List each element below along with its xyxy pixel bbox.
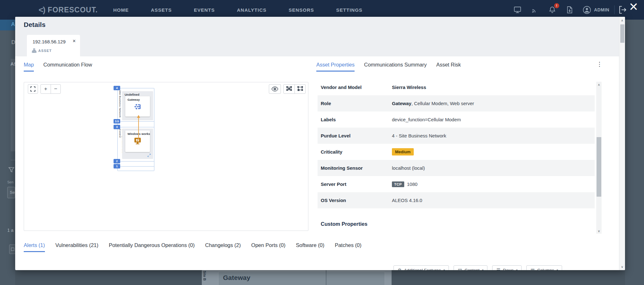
table-toolbar: ⚙ Additional Features ▾ ▤ Content ▾ ☰ Ro… <box>393 265 562 270</box>
user-menu[interactable]: ADMIN <box>583 6 609 14</box>
scrollbar-thumb[interactable] <box>620 24 624 43</box>
asset-tab[interactable]: 192.168.56.129 ✕ ASSET <box>27 35 80 56</box>
fit-selection-icon <box>286 86 292 92</box>
findings-tab-strip: Alerts (1) Vulnerabilities (21) Potentia… <box>24 242 362 252</box>
background-lane-label: Site B <box>203 271 207 281</box>
map-canvas[interactable]: + − 4 3.5 3 2 1 Site Business Network Si… <box>24 82 308 231</box>
table-row: OS Version ALEOS 4.16.0 <box>318 192 595 208</box>
background-divider <box>11 160 15 160</box>
background-grid-line <box>326 270 326 285</box>
logout-icon[interactable] <box>618 5 627 15</box>
lane-line <box>117 121 154 122</box>
asset-type-row: ASSET <box>32 48 52 53</box>
admin-username: ADMIN <box>594 7 609 12</box>
chevron-down-icon: ▾ <box>443 269 445 270</box>
tab-alerts[interactable]: Alerts (1) <box>24 242 45 252</box>
map-fullscreen-button[interactable] <box>28 84 38 94</box>
nav-item-assets[interactable]: ASSETS <box>151 7 172 13</box>
content-icon: ▤ <box>458 268 462 270</box>
flow-arrow-head <box>137 115 140 118</box>
rows-icon: ☰ <box>496 268 500 270</box>
fullscreen-icon <box>30 86 35 92</box>
notifications-bell-icon[interactable]: ! <box>548 5 557 14</box>
chevron-down-icon: ▾ <box>557 269 558 270</box>
protocol-badge: TCP <box>392 181 404 187</box>
background-sensor-label: Sen <box>7 180 14 184</box>
background-map-card: Site B Gateway <box>202 270 392 285</box>
asset-detail-tab-strip: Asset Properties Communications Summary … <box>316 62 461 72</box>
table-row: Role Gateway, Cellular Modem, Web server <box>318 95 595 111</box>
columns-button[interactable]: ▥ Columns ▾ <box>526 265 562 270</box>
purdue-level-badge[interactable]: 2 <box>114 159 120 163</box>
scroll-down-icon[interactable]: ∨ <box>596 228 602 234</box>
additional-features-button[interactable]: ⚙ Additional Features ▾ <box>393 265 449 270</box>
fit-all-button[interactable] <box>294 85 305 93</box>
avatar-icon <box>583 6 591 14</box>
tab-software[interactable]: Software (0) <box>296 242 325 252</box>
details-modal: Details 192.168.56.129 ✕ ASSET Map Commu… <box>15 17 625 270</box>
fit-all-icon <box>297 86 303 92</box>
purdue-level-badge[interactable]: 4 <box>114 86 120 90</box>
zoom-out-button[interactable]: − <box>51 85 60 93</box>
tab-potentially-dangerous-operations[interactable]: Potentially Dangerous Operations (0) <box>109 242 195 252</box>
modal-scrollbar[interactable]: ∧ ∨ <box>619 17 625 270</box>
monitor-icon[interactable] <box>513 5 522 14</box>
nav-item-events[interactable]: EVENTS <box>194 7 215 13</box>
nav-divider <box>614 5 615 14</box>
scroll-up-icon[interactable]: ∧ <box>619 17 625 23</box>
criticality-badge: Medium <box>392 148 414 155</box>
table-scrollbar[interactable]: ∧ ∨ <box>596 82 602 234</box>
asset-tab-close-icon[interactable]: ✕ <box>72 39 76 43</box>
rss-icon[interactable] <box>530 5 539 14</box>
asset-properties-table: Vendor and Model Sierra Wireless Role Ga… <box>318 79 595 208</box>
scrollbar-thumb[interactable] <box>597 137 601 197</box>
tab-communication-flow[interactable]: Communication Flow <box>43 62 92 72</box>
content-button[interactable]: ▤ Content ▾ <box>454 265 487 270</box>
nav-item-settings[interactable]: SETTINGS <box>336 7 362 13</box>
asset-type-label: ASSET <box>38 49 52 53</box>
map-node-workstation[interactable]: Windows workstat... <box>125 130 150 152</box>
purdue-level-badge[interactable]: 3 <box>114 125 120 129</box>
tab-asset-risk[interactable]: Asset Risk <box>436 62 461 72</box>
map-node-gateway[interactable]: Gateway <box>125 96 150 117</box>
modal-header <box>15 17 625 56</box>
nav-item-analytics[interactable]: ANALYTICS <box>237 7 266 13</box>
scroll-down-icon[interactable]: ∨ <box>619 264 625 269</box>
table-row: Vendor and Model Sierra Wireless <box>318 79 595 95</box>
nav-item-home[interactable]: HOME <box>113 7 129 13</box>
tab-open-ports[interactable]: Open Ports (0) <box>251 242 285 252</box>
more-options-icon[interactable]: ⋮ <box>597 60 603 68</box>
flow-connector <box>138 118 139 140</box>
table-row: Monitoring Sensor localhost (local) <box>318 160 595 176</box>
map-tab-strip: Map Communication Flow <box>24 62 92 72</box>
map-fit-control <box>283 84 306 94</box>
expand-icon[interactable] <box>147 154 151 157</box>
tab-asset-properties[interactable]: Asset Properties <box>316 62 355 72</box>
background-asset-count: 1 a <box>7 228 13 233</box>
purdue-level-badge[interactable]: 1 <box>114 164 120 168</box>
tab-patches[interactable]: Patches (0) <box>335 242 361 252</box>
nav-item-sensors[interactable]: SENSORS <box>289 7 314 13</box>
forescout-logo-mark: <) <box>39 5 45 15</box>
modal-title: Details <box>24 21 46 28</box>
report-download-icon[interactable] <box>565 5 574 14</box>
background-page-text: D <box>11 39 15 46</box>
lane-line <box>117 127 154 127</box>
tab-vulnerabilities[interactable]: Vulnerabilities (21) <box>55 242 98 252</box>
alert-badge: ! <box>554 3 559 8</box>
chevron-down-icon: ▾ <box>482 269 484 270</box>
purdue-level-badge[interactable]: 3.5 <box>114 119 120 124</box>
zoom-in-button[interactable]: + <box>41 85 51 93</box>
tab-changelogs[interactable]: Changelogs (2) <box>205 242 241 252</box>
rows-button[interactable]: ☰ Rows ▾ <box>492 265 522 270</box>
modal-close-icon[interactable]: ✕ <box>629 1 638 13</box>
lane-line <box>117 166 154 167</box>
fit-selection-button[interactable] <box>284 85 294 93</box>
tab-map[interactable]: Map <box>24 62 34 72</box>
background-assets-bar-label: A <box>11 21 15 28</box>
eye-icon <box>271 86 278 92</box>
map-visibility-button[interactable] <box>269 84 281 94</box>
scroll-up-icon[interactable]: ∧ <box>596 82 602 87</box>
tab-communications-summary[interactable]: Communications Summary <box>364 62 427 72</box>
table-row: Criticality Medium <box>318 144 595 160</box>
